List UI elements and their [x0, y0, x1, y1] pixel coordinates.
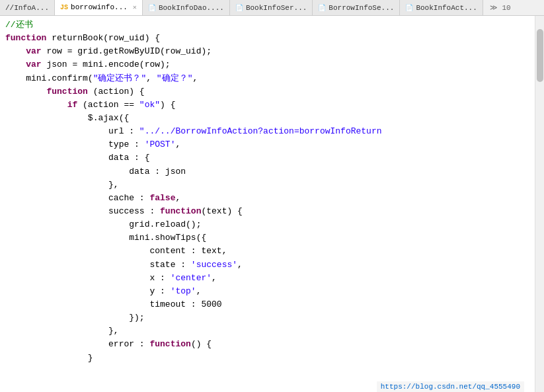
tab-label: borrowinfo... — [71, 3, 128, 11]
tab-label: BorrowInfoSe... — [329, 4, 394, 12]
tab-page-icon: 📄 — [318, 4, 326, 12]
indent — [5, 285, 149, 298]
code-line: url : "../../BorrowInfoAction?action=bor… — [0, 125, 535, 138]
code-line: error : function() { — [0, 338, 535, 351]
indent — [5, 311, 129, 325]
indent — [5, 245, 149, 258]
code: cache : false, — [108, 192, 180, 205]
code-line: function returnBook(row_uid) { — [0, 32, 535, 45]
tab-bookinfoser[interactable]: 📄 BookInfoSer... — [230, 0, 313, 16]
indent — [5, 272, 149, 285]
tab-js-icon: JS — [60, 4, 68, 11]
code: error : function() { — [108, 338, 212, 351]
indent — [5, 218, 129, 231]
code-line: x : 'center', — [0, 272, 535, 285]
code: y : 'top', — [149, 285, 201, 298]
status-bar: https://blog.csdn.net/qq_4555490 — [377, 381, 524, 392]
code-line: }, — [0, 325, 535, 338]
code-line: success : function(text) { — [0, 205, 535, 218]
tab-bookinfoact[interactable]: 📄 BookInfoAct... — [400, 0, 483, 16]
code-area: //还书 function returnBook(row_uid) { var … — [0, 16, 535, 392]
scrollbar[interactable] — [535, 16, 544, 392]
code: }, — [108, 178, 119, 192]
tab-bookinfodao[interactable]: 📄 BookInfoDao.... — [143, 0, 230, 16]
indent — [5, 72, 26, 85]
keyword: function — [5, 32, 52, 45]
code-line: var json = mini.encode(row); — [0, 58, 535, 71]
tab-label: BookInfoSer... — [246, 4, 307, 12]
code-line: timeout : 5000 — [0, 298, 535, 311]
code-line: var row = grid.getRowByUID(row_uid); — [0, 45, 535, 58]
indent — [5, 125, 108, 138]
indent — [5, 112, 88, 125]
indent — [5, 165, 129, 178]
code-line: mini.showTips({ — [0, 231, 535, 245]
indent — [5, 325, 108, 338]
code: data : { — [108, 151, 149, 165]
code: json = mini.encode(row); — [46, 58, 170, 71]
indent — [5, 338, 108, 351]
close-icon[interactable]: ✕ — [133, 3, 137, 11]
tab-page-icon: 📄 — [235, 4, 243, 12]
code: grid.reload(); — [129, 218, 201, 231]
code: success : function(text) { — [108, 205, 243, 218]
indent — [5, 298, 149, 311]
keyword: var — [26, 45, 46, 58]
code: (action) { — [93, 85, 145, 98]
indent — [5, 85, 46, 98]
code: x : 'center', — [149, 272, 216, 285]
tab-count-badge: ≫ 10 — [486, 3, 515, 12]
tab-borrowinfose[interactable]: 📄 BorrowInfoSe... — [313, 0, 400, 16]
code-line: type : 'POST', — [0, 138, 535, 151]
code-content: //还书 function returnBook(row_uid) { var … — [0, 16, 535, 368]
code-line: }); — [0, 311, 535, 325]
indent — [5, 352, 88, 365]
code: state : 'success', — [149, 258, 242, 272]
tab-label: BookInfoAct... — [416, 4, 477, 12]
indent — [5, 258, 149, 272]
code-line: }, — [0, 178, 535, 192]
code-line: data : json — [0, 165, 535, 178]
code: type : 'POST', — [108, 138, 180, 151]
keyword: function — [46, 85, 93, 98]
tab-page-icon: 📄 — [405, 4, 413, 12]
indent — [5, 98, 67, 112]
indent — [5, 45, 26, 58]
indent — [5, 151, 108, 165]
code: timeout : 5000 — [149, 298, 221, 311]
status-url: https://blog.csdn.net/qq_4555490 — [381, 383, 520, 391]
code-line: if (action == "ok") { — [0, 98, 535, 112]
code: data : json — [129, 165, 186, 178]
code-line: mini.confirm("确定还书？", "确定？", — [0, 72, 535, 85]
code-line: content : text, — [0, 245, 535, 258]
indent — [5, 192, 108, 205]
tab-infoa[interactable]: //InfoA... — [0, 0, 55, 16]
code: }); — [129, 311, 144, 325]
comment: //还书 — [5, 19, 33, 32]
editor-container: //还书 function returnBook(row_uid) { var … — [0, 16, 544, 392]
indent — [5, 231, 129, 245]
keyword: var — [26, 58, 46, 71]
indent — [5, 205, 108, 218]
func-name: returnBook(row_uid) { — [52, 32, 160, 45]
code: }, — [108, 325, 119, 338]
code-line: y : 'top', — [0, 285, 535, 298]
code-line: function (action) { — [0, 85, 535, 98]
tab-label: //InfoA... — [5, 4, 49, 12]
indent — [5, 178, 108, 192]
code: } — [88, 352, 93, 365]
keyword: if — [67, 98, 83, 112]
code-line: cache : false, — [0, 192, 535, 205]
code: url : "../../BorrowInfoAction?action=bor… — [108, 125, 381, 138]
code-line: //还书 — [0, 19, 535, 32]
code-line: state : 'success', — [0, 258, 535, 272]
indent — [5, 58, 26, 71]
tab-borrowinfo[interactable]: JS borrowinfo... ✕ — [55, 0, 143, 16]
tab-page-icon: 📄 — [148, 4, 156, 12]
code: row = grid.getRowByUID(row_uid); — [46, 45, 212, 58]
scrollbar-thumb[interactable] — [537, 29, 543, 82]
code: content : text, — [149, 245, 227, 258]
tab-bar: //InfoA... JS borrowinfo... ✕ 📄 BookInfo… — [0, 0, 544, 16]
code-line: grid.reload(); — [0, 218, 535, 231]
code: mini.showTips({ — [129, 231, 206, 245]
